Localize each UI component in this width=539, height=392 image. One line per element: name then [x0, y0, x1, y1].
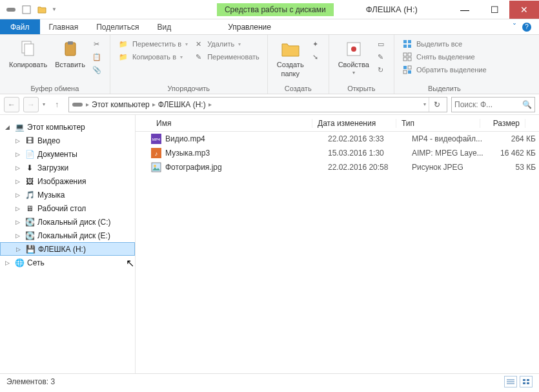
tree-item[interactable]: ▷📄Документы	[0, 147, 135, 161]
copy-path-button[interactable]: 📋	[92, 52, 102, 62]
easy-access-button[interactable]: ➘	[310, 52, 321, 62]
address-bar[interactable]: ▸ Этот компьютер ▸ ФЛЕШКА (H:) ▸ ▾ ↻	[68, 97, 447, 112]
qat-folder-icon[interactable]	[36, 4, 48, 15]
tab-file[interactable]: Файл	[0, 19, 40, 34]
tree-root-this-pc[interactable]: ◢ 💻 Этот компьютер	[0, 120, 135, 134]
column-type[interactable]: Тип	[396, 119, 480, 128]
expand-icon[interactable]: ▷	[15, 178, 22, 185]
navigation-pane: ◢ 💻 Этот компьютер ▷🎞Видео▷📄Документы▷⬇З…	[0, 115, 136, 373]
chevron-right-icon[interactable]: ▸	[208, 101, 212, 108]
file-name: Фотография.jpg	[165, 163, 323, 172]
copy-to-icon: 📁	[118, 52, 128, 62]
new-item-icon: ✦	[310, 39, 321, 49]
nav-up-button[interactable]: ↑	[49, 97, 65, 112]
rename-icon: ✎	[193, 52, 203, 62]
tree-item[interactable]: ▷⬇Загрузки	[0, 161, 135, 174]
column-name[interactable]: Имя	[151, 119, 312, 128]
tree-item-label: ФЛЕШКА (H:)	[38, 245, 86, 254]
tree-item[interactable]: ▷🎞Видео	[0, 134, 135, 147]
nav-back-button[interactable]: ←	[4, 97, 19, 112]
edit-button[interactable]: ✎	[376, 52, 386, 62]
expand-icon[interactable]: ▷	[15, 165, 22, 171]
column-date[interactable]: Дата изменения	[312, 119, 396, 128]
expand-icon[interactable]: ▷	[15, 192, 22, 198]
open-icon: ▭	[376, 39, 386, 49]
chevron-right-icon[interactable]: ▸	[152, 101, 156, 108]
maximize-button[interactable]: ☐	[480, 1, 509, 19]
qat-dropdown-icon[interactable]: ▼	[52, 6, 57, 12]
breadcrumb-segment[interactable]: ФЛЕШКА (H:)	[158, 100, 206, 109]
expand-icon[interactable]: ▷	[15, 219, 22, 225]
copy-label: Копировать	[9, 61, 47, 68]
nav-forward-button[interactable]: →	[23, 97, 39, 112]
copy-to-button[interactable]: 📁Копировать в▾	[118, 52, 188, 62]
cut-button[interactable]: ✂	[92, 39, 102, 49]
tree-item-label: Видео	[37, 136, 60, 145]
expand-icon[interactable]: ▷	[15, 151, 22, 158]
status-bar: Элементов: 3	[0, 373, 539, 389]
new-item-button[interactable]: ✦	[310, 39, 321, 49]
breadcrumb-segment[interactable]: Этот компьютер	[92, 100, 150, 109]
file-row[interactable]: MP4Видио.mp422.02.2016 3:33MP4 - видеофа…	[136, 132, 539, 146]
collapse-icon[interactable]: ◢	[5, 124, 12, 130]
drive-icon	[5, 4, 17, 15]
address-dropdown-icon[interactable]: ▾	[423, 101, 426, 107]
tab-manage[interactable]: Управление	[219, 19, 280, 34]
rename-button[interactable]: ✎Переименовать	[193, 52, 259, 62]
view-large-icons-button[interactable]	[520, 376, 533, 387]
paste-button[interactable]: Вставить	[51, 37, 89, 70]
easy-access-icon: ➘	[310, 52, 321, 62]
file-row[interactable]: Фотография.jpg22.02.2016 20:58Рисунок JP…	[136, 160, 539, 174]
file-type: Рисунок JPEG	[407, 163, 491, 172]
tree-item[interactable]: ▷🖼Изображения	[0, 174, 135, 188]
minimize-button[interactable]: —	[450, 1, 480, 19]
tab-share[interactable]: Поделиться	[87, 19, 148, 34]
qat-properties-icon[interactable]	[21, 4, 32, 15]
select-none-button[interactable]: Снять выделение	[402, 52, 487, 62]
file-date: 22.02.2016 20:58	[323, 163, 407, 172]
column-headers: Имя Дата изменения Тип Размер	[136, 115, 539, 132]
group-organize: 📁Переместить в▾ 📁Копировать в▾ ✕Удалить▾…	[110, 35, 268, 94]
open-button[interactable]: ▭	[376, 39, 386, 49]
svg-rect-19	[408, 70, 411, 74]
select-all-button[interactable]: Выделить все	[402, 39, 487, 49]
history-button[interactable]: ↻	[376, 65, 386, 75]
search-input[interactable]	[454, 100, 522, 109]
expand-icon[interactable]: ▷	[15, 232, 22, 239]
tree-item[interactable]: ▷🖥Рабочий стол	[0, 201, 135, 215]
properties-button[interactable]: Свойства ▾	[334, 37, 373, 77]
tree-item[interactable]: ▷💽Локальный диск (C:)	[0, 215, 135, 229]
nav-recent-icon[interactable]: ▾	[43, 101, 45, 107]
cut-icon: ✂	[92, 39, 102, 49]
copy-button[interactable]: Копировать	[5, 37, 51, 70]
paste-shortcut-button[interactable]: 📎	[92, 65, 102, 75]
help-icon[interactable]: ?	[522, 23, 531, 32]
delete-button[interactable]: ✕Удалить▾	[193, 39, 259, 49]
computer-icon: 💻	[14, 122, 25, 132]
search-box[interactable]: 🔍	[451, 97, 535, 112]
view-details-button[interactable]	[504, 376, 517, 387]
file-row[interactable]: ♪Музыка.mp315.03.2016 1:30AIMP: MPEG Lay…	[136, 146, 539, 160]
invert-selection-button[interactable]: Обратить выделение	[402, 65, 487, 75]
chevron-right-icon[interactable]: ▸	[86, 101, 89, 108]
tree-network[interactable]: ▷ 🌐 Сеть	[0, 256, 135, 269]
expand-icon[interactable]: ▷	[15, 205, 22, 212]
file-icon: ♪	[151, 148, 161, 158]
tree-item-label: Музыка	[37, 191, 65, 200]
expand-icon[interactable]: ▷	[15, 138, 22, 144]
move-to-button[interactable]: 📁Переместить в▾	[118, 39, 188, 49]
minimize-ribbon-icon[interactable]: ˇ	[513, 23, 516, 32]
refresh-button[interactable]: ↻	[429, 98, 444, 112]
tree-item[interactable]: ▷💽Локальный диск (E:)	[0, 229, 135, 242]
tree-item-label: Документы	[37, 150, 77, 159]
close-button[interactable]: ✕	[509, 1, 539, 19]
tree-item[interactable]: ▷🎵Музыка	[0, 188, 135, 201]
tab-view[interactable]: Вид	[148, 19, 180, 34]
expand-icon[interactable]: ▷	[16, 246, 23, 253]
tree-item[interactable]: ▷💾ФЛЕШКА (H:)	[0, 242, 135, 256]
group-open: Свойства ▾ ▭ ✎ ↻ Открыть	[329, 35, 394, 94]
new-folder-button[interactable]: Создать папку	[273, 37, 308, 79]
expand-icon[interactable]: ▷	[5, 260, 12, 266]
column-size[interactable]: Размер	[480, 119, 525, 128]
tab-home[interactable]: Главная	[40, 19, 88, 34]
